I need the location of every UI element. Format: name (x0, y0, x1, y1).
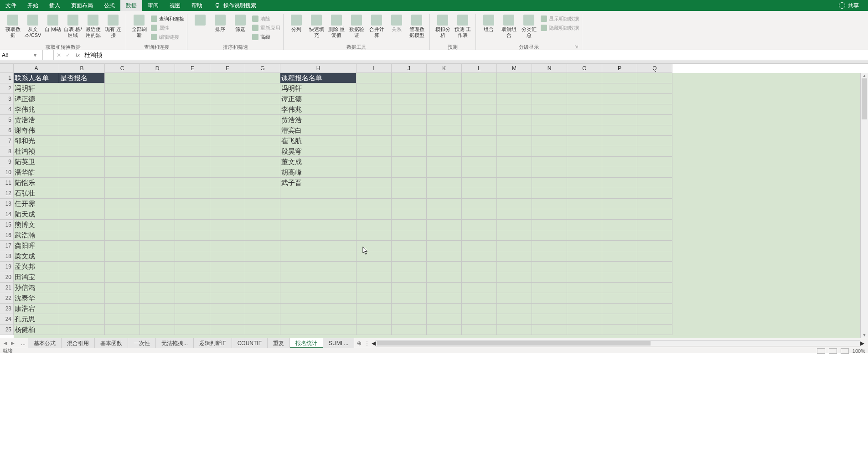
cell-M21[interactable] (497, 283, 532, 293)
cell-E5[interactable] (175, 115, 210, 125)
ribbon-button[interactable]: 获取数 据 (3, 14, 23, 39)
cell-C1[interactable] (105, 73, 140, 83)
cell-J21[interactable] (392, 283, 427, 293)
cell-O2[interactable] (567, 83, 602, 94)
cell-G19[interactable] (245, 262, 280, 272)
cell-M2[interactable] (497, 83, 532, 94)
share-button[interactable]: 共享 (839, 2, 859, 10)
cell-O8[interactable] (567, 146, 602, 157)
cell-I9[interactable] (356, 157, 392, 167)
cell-A8[interactable]: 杜鸿祯 (14, 146, 59, 157)
cell-P23[interactable] (602, 304, 637, 314)
cell-F6[interactable] (210, 125, 245, 136)
cell-J24[interactable] (392, 314, 427, 325)
cell-M13[interactable] (497, 199, 532, 209)
cell-M8[interactable] (497, 146, 532, 157)
cell-Q12[interactable] (637, 188, 672, 199)
cell-Q21[interactable] (637, 283, 672, 293)
cell-J17[interactable] (392, 241, 427, 251)
cell-A5[interactable]: 贾浩浩 (14, 115, 59, 125)
hscroll-thumb[interactable] (377, 341, 651, 346)
cell-H11[interactable]: 武子晋 (280, 178, 356, 188)
cell-A2[interactable]: 冯明轩 (14, 83, 59, 94)
sheet-tab-COUNTIF[interactable]: COUNTIF (232, 338, 268, 348)
scroll-thumb[interactable] (862, 78, 867, 119)
row-header-21[interactable]: 21 (0, 283, 14, 293)
cell-D23[interactable] (140, 304, 175, 314)
ribbon-button[interactable]: 预测 工作表 (453, 14, 473, 39)
cell-C2[interactable] (105, 83, 140, 94)
cell-N23[interactable] (532, 304, 567, 314)
cell-F22[interactable] (210, 293, 245, 304)
cell-E7[interactable] (175, 136, 210, 146)
cell-H18[interactable] (280, 251, 356, 262)
cell-N20[interactable] (532, 272, 567, 283)
cell-N12[interactable] (532, 188, 567, 199)
cell-K13[interactable] (427, 199, 462, 209)
cell-I2[interactable] (356, 83, 392, 94)
cell-H3[interactable]: 谭正德 (280, 94, 356, 104)
cell-H7[interactable]: 崔飞航 (280, 136, 356, 146)
cell-N9[interactable] (532, 157, 567, 167)
cell-P24[interactable] (602, 314, 637, 325)
cell-F25[interactable] (210, 325, 245, 335)
cell-C10[interactable] (105, 167, 140, 178)
cell-O16[interactable] (567, 230, 602, 241)
cell-N14[interactable] (532, 209, 567, 220)
row-header-6[interactable]: 6 (0, 125, 14, 136)
select-all-triangle[interactable] (0, 64, 14, 73)
cell-M6[interactable] (497, 125, 532, 136)
dialog-launcher-icon[interactable]: ⇲ (574, 44, 578, 50)
column-header-C[interactable]: C (105, 64, 140, 73)
cell-P25[interactable] (602, 325, 637, 335)
cell-I1[interactable] (356, 73, 392, 83)
cell-L23[interactable] (462, 304, 497, 314)
ribbon-button[interactable]: 合并计算 (367, 14, 387, 39)
cell-K22[interactable] (427, 293, 462, 304)
cell-N6[interactable] (532, 125, 567, 136)
cell-J3[interactable] (392, 94, 427, 104)
cell-B17[interactable] (59, 241, 105, 251)
cell-I20[interactable] (356, 272, 392, 283)
cell-P5[interactable] (602, 115, 637, 125)
cell-E10[interactable] (175, 167, 210, 178)
cell-A1[interactable]: 联系人名单 (14, 73, 59, 83)
cell-J1[interactable] (392, 73, 427, 83)
cell-E21[interactable] (175, 283, 210, 293)
cell-A4[interactable]: 李伟兆 (14, 104, 59, 115)
row-header-25[interactable]: 25 (0, 325, 14, 335)
cell-D17[interactable] (140, 241, 175, 251)
column-header-A[interactable]: A (14, 64, 59, 73)
cell-E25[interactable] (175, 325, 210, 335)
cell-M15[interactable] (497, 220, 532, 230)
row-header-5[interactable]: 5 (0, 115, 14, 125)
cell-F4[interactable] (210, 104, 245, 115)
cell-J5[interactable] (392, 115, 427, 125)
cell-G13[interactable] (245, 199, 280, 209)
cell-O22[interactable] (567, 293, 602, 304)
cell-B14[interactable] (59, 209, 105, 220)
row-header-14[interactable]: 14 (0, 209, 14, 220)
cell-C3[interactable] (105, 94, 140, 104)
cell-K6[interactable] (427, 125, 462, 136)
ribbon-button[interactable]: 组合 (479, 14, 499, 33)
cell-H20[interactable] (280, 272, 356, 283)
cell-F13[interactable] (210, 199, 245, 209)
cell-J10[interactable] (392, 167, 427, 178)
cell-K17[interactable] (427, 241, 462, 251)
menu-tab-数据[interactable]: 数据 (120, 0, 142, 11)
cell-F1[interactable] (210, 73, 245, 83)
cell-B18[interactable] (59, 251, 105, 262)
cell-F18[interactable] (210, 251, 245, 262)
cell-Q3[interactable] (637, 94, 672, 104)
cell-A22[interactable]: 沈泰华 (14, 293, 59, 304)
cell-H2[interactable]: 冯明轩 (280, 83, 356, 94)
name-box[interactable] (2, 52, 34, 58)
cell-B2[interactable] (59, 83, 105, 94)
column-header-O[interactable]: O (567, 64, 602, 73)
cell-Q8[interactable] (637, 146, 672, 157)
cell-B13[interactable] (59, 199, 105, 209)
cell-O17[interactable] (567, 241, 602, 251)
menu-tab-帮助[interactable]: 帮助 (186, 0, 208, 11)
cell-E14[interactable] (175, 209, 210, 220)
